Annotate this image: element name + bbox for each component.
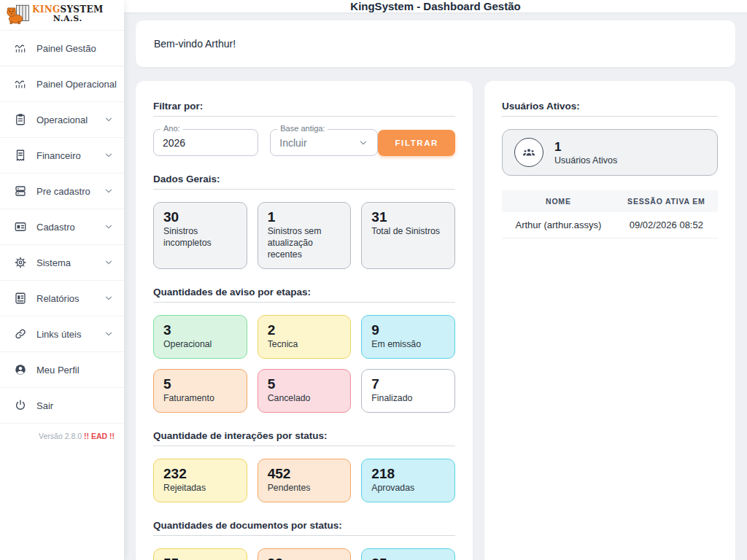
- base-antiga-label: Base antiga:: [277, 124, 328, 133]
- main-area: KingSystem - Dashboard Gestão Bem-vindo …: [124, 0, 747, 560]
- report-icon: [14, 292, 27, 305]
- column-header-sessao: SESSÃO ATIVA EM: [615, 190, 718, 212]
- sidebar-item-label: Painel Gestão: [36, 43, 96, 54]
- stat-card: 92 Pendentes: [258, 548, 352, 560]
- stat-value: 452: [268, 466, 341, 482]
- stat-card: 3 Operacional: [153, 315, 247, 359]
- sidebar-item-pre-cadastro[interactable]: Pre cadastro: [0, 174, 124, 209]
- welcome-card: Bem-vindo Arthur!: [136, 20, 735, 67]
- stat-label: Aprovadas: [371, 483, 445, 494]
- stat-value: 1: [268, 209, 341, 225]
- stat-card: 30 Sinistros incompletos: [153, 202, 247, 269]
- chevron-down-icon: [104, 329, 114, 339]
- stat-card: 5 Cancelado: [258, 369, 352, 413]
- section-heading-filtrar: Filtrar por:: [153, 101, 455, 117]
- sidebar-item-painel-operacional[interactable]: Painel Operacional: [0, 66, 124, 102]
- sidebar-item-financeiro[interactable]: Financeiro: [0, 138, 124, 174]
- sidebar-item-sistema[interactable]: Sistema: [0, 245, 124, 281]
- session-time-cell: 09/02/2026 08:52: [615, 212, 718, 238]
- sidebar-item-cadastro[interactable]: Cadastro: [0, 209, 124, 245]
- active-users-panel: Usuários Ativos:: [484, 81, 735, 560]
- active-users-summary-text: 1 Usuários Ativos: [554, 140, 617, 166]
- sidebar-item-sair[interactable]: Sair: [0, 388, 124, 424]
- stat-label: Cancelado: [268, 393, 341, 405]
- column-header-nome: NOME: [502, 190, 615, 212]
- stat-card: 1 Sinistros sem atualização recentes: [258, 202, 352, 269]
- stat-label: Tecnica: [268, 339, 341, 351]
- logo-text: KINGSYSTEM N.A.S.: [32, 3, 104, 23]
- active-users-table: NOME SESSÃO ATIVA EM Arthur (arthur.assy…: [502, 190, 718, 238]
- etapas-cards: 3 Operacional 2 Tecnica 9 Em emissão 5: [153, 315, 455, 413]
- year-input-label: Ano:: [160, 124, 183, 133]
- sidebar-item-meu-perfil[interactable]: Meu Perfil: [0, 352, 124, 388]
- sidebar-item-label: Relatórios: [36, 293, 80, 304]
- chart-line-icon: [14, 77, 27, 90]
- chevron-down-icon: [104, 186, 114, 196]
- sidebar-item-label: Operacional: [36, 114, 88, 125]
- brand-rest: SYSTEM: [60, 4, 103, 15]
- stat-card: 7 Finalizado: [361, 369, 455, 413]
- active-users-count-label: Usuários Ativos: [554, 155, 617, 166]
- link-icon: [14, 327, 27, 341]
- content: Bem-vindo Arthur! Filtrar por: Ano: 2026…: [124, 12, 747, 560]
- chevron-down-icon: [358, 138, 368, 148]
- stat-card: 2 Tecnica: [258, 315, 352, 359]
- power-icon: [14, 399, 27, 412]
- gear-icon: [14, 256, 27, 269]
- stat-label: Operacional: [163, 339, 237, 351]
- sidebar-item-painel-gestao[interactable]: Painel Gestão: [0, 31, 124, 66]
- stat-card: 5 Faturamento: [153, 369, 247, 413]
- stat-value: 2: [268, 322, 341, 338]
- sidebar-item-label: Financeiro: [36, 150, 81, 161]
- dashboard-panel: Filtrar por: Ano: 2026 Base antiga: Incl…: [136, 81, 473, 560]
- brand-accent: KING: [32, 4, 60, 15]
- stat-value: 9: [371, 322, 445, 338]
- sidebar-item-label: Sair: [36, 400, 53, 411]
- filter-row: Ano: 2026 Base antiga: Incluir FILTRAR: [153, 129, 455, 156]
- stat-value: 55: [163, 556, 237, 560]
- page-title: KingSystem - Dashboard Gestão: [350, 0, 520, 12]
- stat-value: 92: [268, 556, 341, 560]
- version-text: Versão 2.8.0: [39, 432, 82, 440]
- stat-label: Pendentes: [268, 483, 341, 494]
- stat-value: 5: [163, 376, 237, 392]
- sidebar-item-links-uteis[interactable]: Links úteis: [0, 316, 124, 352]
- app-logo[interactable]: KINGSYSTEM N.A.S.: [0, 0, 124, 31]
- active-users-count: 1: [554, 140, 617, 155]
- user-icon: [14, 363, 27, 376]
- chevron-down-icon: [104, 222, 114, 232]
- stat-card: 9 Em emissão: [361, 315, 455, 359]
- section-heading-etapas: Quantidades de aviso por etapas:: [153, 287, 455, 303]
- version-line: Versão 2.8.0 !! EAD !!: [0, 424, 124, 448]
- stat-card: 31 Total de Sinistros: [361, 202, 455, 269]
- documentos-cards: 55 Rejeitadas 92 Pendentes 35 Aprovadas: [153, 548, 455, 560]
- year-input[interactable]: Ano: 2026: [153, 129, 258, 156]
- stat-value: 3: [163, 322, 237, 338]
- stat-value: 232: [163, 466, 237, 482]
- filtrar-button[interactable]: FILTRAR: [378, 130, 455, 156]
- clipboard-icon: [14, 113, 27, 126]
- sidebar-item-label: Pre cadastro: [36, 186, 90, 197]
- stat-label: Faturamento: [163, 393, 237, 405]
- table-row: Arthur (arthur.assys) 09/02/2026 08:52: [502, 212, 718, 238]
- stat-label: Em emissão: [371, 339, 445, 351]
- brand-subtitle: N.A.S.: [32, 15, 104, 23]
- sidebar: KINGSYSTEM N.A.S. Painel Gestão Painel O…: [0, 0, 124, 560]
- sidebar-item-label: Painel Operacional: [36, 79, 117, 90]
- active-users-summary-card: 1 Usuários Ativos: [502, 129, 718, 176]
- base-antiga-select[interactable]: Base antiga: Incluir: [270, 129, 378, 156]
- base-antiga-value: Incluir: [279, 137, 306, 149]
- section-heading-usuarios-ativos: Usuários Ativos:: [502, 101, 718, 117]
- chevron-down-icon: [104, 150, 114, 160]
- sidebar-item-relatorios[interactable]: Relatórios: [0, 281, 124, 316]
- sidebar-item-operacional[interactable]: Operacional: [0, 102, 124, 138]
- stat-label: Finalizado: [371, 393, 445, 405]
- section-heading-interacoes: Quantidade de interações por status:: [153, 430, 455, 446]
- stat-value: 31: [371, 209, 445, 225]
- version-flag: !! EAD !!: [84, 432, 115, 440]
- app-root: KINGSYSTEM N.A.S. Painel Gestão Painel O…: [0, 0, 747, 560]
- table-header-row: NOME SESSÃO ATIVA EM: [502, 190, 718, 212]
- contact-card-icon: [14, 220, 27, 233]
- dados-gerais-cards: 30 Sinistros incompletos 1 Sinistros sem…: [153, 202, 455, 269]
- stat-card: 218 Aprovadas: [361, 459, 455, 502]
